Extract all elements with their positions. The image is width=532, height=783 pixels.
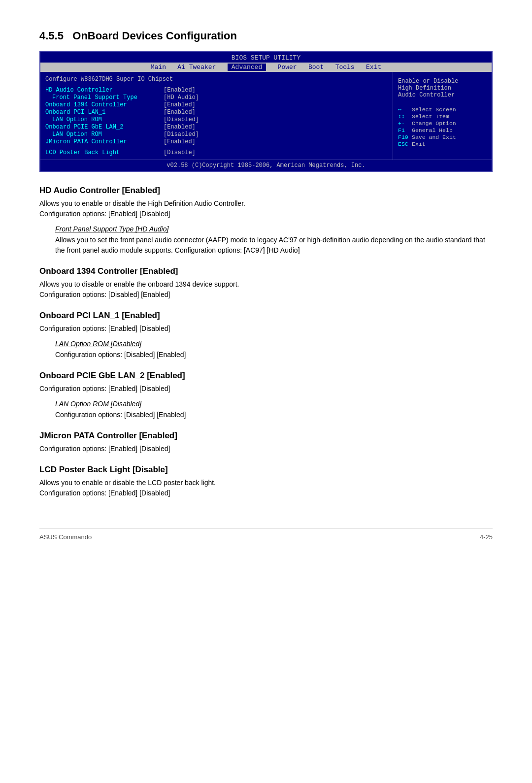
section-lcd-heading: LCD Poster Back Light [Disable] [39,465,493,475]
sub-heading-lan-rom-1: LAN Option ROM [Disabled] [55,340,493,348]
bios-left-panel: Configure W83627DHG Super IO Chipset HD … [40,72,393,160]
bios-active-tab: Advanced [228,64,266,71]
section-1394-heading: Onboard 1394 Controller [Enabled] [39,266,493,276]
bios-key-legend: ↔ Select Screen ↕↕ Select Item +- Change… [398,106,487,147]
bios-key-row: F10 Save and Exit [398,134,487,140]
bios-row: Onboard PCIE GbE LAN_2 [Enabled] [45,124,388,130]
section-hd-audio-desc: Allows you to enable or disable the High… [39,198,493,219]
bios-row: JMicron PATA Controller [Enabled] [45,138,388,145]
bios-content: Configure W83627DHG Super IO Chipset HD … [40,72,492,160]
footer-rule [39,528,493,528]
bios-key-row: ESC Exit [398,141,487,147]
section-jmicron-heading: JMicron PATA Controller [Enabled] [39,431,493,441]
sub-desc-lan-rom-1: Configuration options: [Disabled] [Enabl… [55,350,493,360]
bios-key-row: ↕↕ Select Item [398,113,487,120]
section-jmicron-desc: Configuration options: [Enabled] [Disabl… [39,444,493,454]
footer-brand: ASUS Commando [39,533,92,541]
bios-footer: v02.58 (C)Copyright 1985-2006, American … [40,160,492,171]
footer-page-number: 4-25 [480,533,493,541]
sub-heading-front-panel: Front Panel Support Type [HD Audio] [55,225,493,233]
bios-section-header: Configure W83627DHG Super IO Chipset [45,75,388,84]
bios-key-row: +- Change Option [398,120,487,127]
page-footer: ASUS Commando 4-25 [39,533,493,541]
bios-row: Onboard PCI LAN_1 [Enabled] [45,109,388,116]
section-lcd-desc: Allows you to enable or disable the LCD … [39,478,493,498]
section-pcie-lan2-desc: Configuration options: [Enabled] [Disabl… [39,384,493,394]
bios-row: Onboard 1394 Controller [Enabled] [45,101,388,108]
bios-menu-bar: Main Ai Tweaker Advanced Power Boot Tool… [40,63,492,72]
bios-screenshot: BIOS SETUP UTILITY Main Ai Tweaker Advan… [39,51,493,172]
section-title: 4.5.5 OnBoard Devices Configuration [39,30,493,42]
section-pcie-lan2-heading: Onboard PCIE GbE LAN_2 [Enabled] [39,371,493,381]
bios-lcd-row: LCD Poster Back Light [Disable] [45,149,388,156]
bios-row: Front Panel Support Type [HD Audio] [45,94,388,101]
bios-key-row: ↔ Select Screen [398,106,487,113]
section-pci-lan1-desc: Configuration options: [Enabled] [Disabl… [39,324,493,334]
section-hd-audio-heading: HD Audio Controller [Enabled] [39,186,493,196]
bios-help-text: Enable or DisableHigh DefinitionAudio Co… [398,78,487,98]
bios-row: LAN Option ROM [Disabled] [45,131,388,138]
section-pci-lan1-heading: Onboard PCI LAN_1 [Enabled] [39,311,493,321]
bios-right-panel: Enable or DisableHigh DefinitionAudio Co… [393,72,492,160]
bios-row: HD Audio Controller [Enabled] [45,87,388,94]
section-1394-desc: Allows you to disable or enable the onbo… [39,279,493,300]
sub-desc-lan-rom-2: Configuration options: [Disabled] [Enabl… [55,410,493,420]
bios-header: BIOS SETUP UTILITY [40,52,492,63]
sub-desc-front-panel: Allows you to set the front panel audio … [55,235,493,256]
bios-key-row: F1 General Help [398,127,487,133]
bios-row: LAN Option ROM [Disabled] [45,116,388,123]
sub-heading-lan-rom-2: LAN Option ROM [Disabled] [55,400,493,408]
